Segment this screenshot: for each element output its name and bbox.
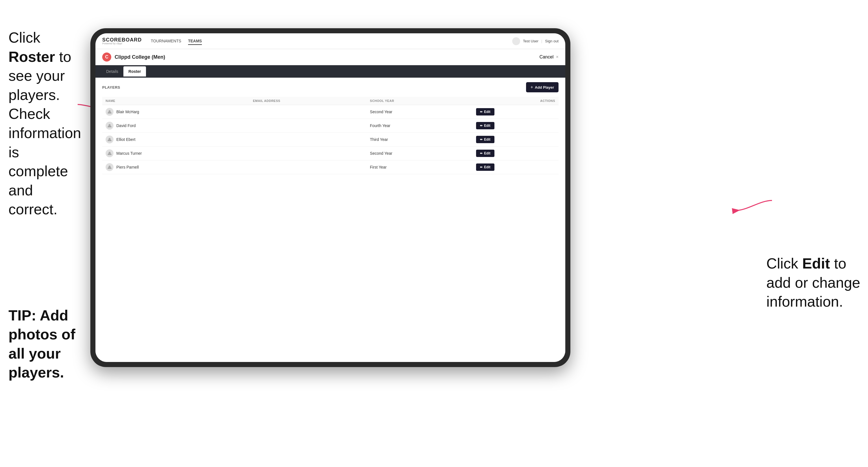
brand-name: SCOREBOARD [102,37,142,42]
edit-button-4[interactable]: ✏ Edit [476,163,494,171]
player-avatar-2 [105,135,114,144]
tab-bar: Details Roster [95,65,565,77]
plus-icon: + [531,85,533,90]
edit-label-4: Edit [484,165,491,169]
table-row: Blair McHarg Second Year ✏ Edit [102,105,559,119]
tablet-device: SCOREBOARD Powered by clippi TOURNAMENTS… [90,28,570,367]
player-avatar-0 [105,108,114,116]
player-actions-2: ✏ Edit [473,133,559,147]
player-name-cell-2: Elliot Ebert [102,133,250,147]
add-player-label: Add Player [535,85,554,90]
tip-block: TIP: Add photos of all your players. [0,301,93,388]
tab-roster[interactable]: Roster [123,66,146,76]
player-email-3 [250,147,367,160]
roster-table: NAME EMAIL ADDRESS SCHOOL YEAR ACTIONS [102,97,559,174]
cancel-x: × [556,55,559,59]
player-actions-0: ✏ Edit [473,105,559,119]
right-instruction-text: Click Edit to add or change information. [766,254,862,311]
edit-icon-2: ✏ [480,138,483,142]
col-name: NAME [102,97,250,105]
player-school-year-3: Second Year [367,147,473,160]
edit-bold: Edit [802,255,830,272]
player-email-4 [250,160,367,174]
team-header: C Clippd College (Men) Cancel × [95,49,565,65]
tablet-screen: SCOREBOARD Powered by clippi TOURNAMENTS… [95,33,565,362]
col-actions: ACTIONS [473,97,559,105]
players-header: PLAYERS + Add Player [102,82,559,92]
player-name-3: Marcus Turner [116,151,142,156]
top-nav: SCOREBOARD Powered by clippi TOURNAMENTS… [95,33,565,49]
team-name: Clippd College (Men) [115,54,165,60]
player-email-2 [250,133,367,147]
table-row: Piers Parnell First Year ✏ Edit [102,160,559,174]
edit-label-1: Edit [484,124,491,128]
player-actions-3: ✏ Edit [473,147,559,160]
player-actions-1: ✏ Edit [473,119,559,133]
players-section: PLAYERS + Add Player NAME EMAIL ADDRESS [95,77,565,179]
brand-logo: SCOREBOARD Powered by clippi [102,37,142,45]
edit-icon-4: ✏ [480,165,483,169]
player-school-year-1: Fourth Year [367,119,473,133]
player-name-cell-1: David Ford [102,119,250,133]
edit-button-3[interactable]: ✏ Edit [476,150,494,157]
left-instruction-block: Click Roster to see your players. Check … [0,23,88,225]
player-avatar-1 [105,122,114,130]
nav-teams[interactable]: TEAMS [188,37,202,45]
right-instruction-block: Click Edit to add or change information. [766,254,862,311]
player-avatar-4 [105,163,114,171]
edit-icon-3: ✏ [480,152,483,155]
player-name-cell-4: Piers Parnell [102,160,250,174]
col-email: EMAIL ADDRESS [250,97,367,105]
player-school-year-0: Second Year [367,105,473,119]
user-avatar [512,37,520,45]
content-area: PLAYERS + Add Player NAME EMAIL ADDRESS [95,77,565,362]
user-name: Test User [523,39,538,43]
player-actions-4: ✏ Edit [473,160,559,174]
left-instruction-text: Click Roster to see your players. Check … [8,28,79,219]
edit-label-2: Edit [484,137,491,142]
player-name-4: Piers Parnell [116,165,138,169]
team-info: C Clippd College (Men) [102,53,165,62]
nav-links: TOURNAMENTS TEAMS [151,37,202,45]
roster-bold: Roster [8,49,55,65]
edit-button-1[interactable]: ✏ Edit [476,122,494,129]
app-container: SCOREBOARD Powered by clippi TOURNAMENTS… [95,33,565,362]
nav-tournaments[interactable]: TOURNAMENTS [151,37,181,45]
player-name-cell-0: Blair McHarg [102,105,250,119]
player-name-2: Elliot Ebert [116,137,135,142]
player-school-year-2: Third Year [367,133,473,147]
nav-left: SCOREBOARD Powered by clippi TOURNAMENTS… [102,37,202,45]
player-name-0: Blair McHarg [116,110,139,114]
add-player-button[interactable]: + Add Player [526,82,559,92]
edit-label-0: Edit [484,110,491,114]
edit-label-3: Edit [484,151,491,155]
cancel-label: Cancel [539,55,553,59]
team-logo: C [102,53,111,62]
edit-icon-1: ✏ [480,124,483,128]
player-avatar-3 [105,149,114,157]
players-label: PLAYERS [102,85,120,90]
tip-text: TIP: Add photos of all your players. [8,306,85,382]
player-name-1: David Ford [116,123,135,128]
cancel-button[interactable]: Cancel × [539,55,559,60]
nav-right: Test User | Sign out [512,37,559,45]
brand-sub: Powered by clippi [102,42,142,45]
table-row: Marcus Turner Second Year ✏ Edit [102,147,559,160]
edit-button-0[interactable]: ✏ Edit [476,108,494,116]
player-email-1 [250,119,367,133]
player-school-year-4: First Year [367,160,473,174]
table-row: Elliot Ebert Third Year ✏ Edit [102,133,559,147]
table-row: David Ford Fourth Year ✏ Edit [102,119,559,133]
nav-separator: | [541,39,542,43]
sign-out-link[interactable]: Sign out [545,39,559,43]
player-name-cell-3: Marcus Turner [102,147,250,160]
col-school-year: SCHOOL YEAR [367,97,473,105]
tab-details[interactable]: Details [101,66,123,76]
table-header-row: NAME EMAIL ADDRESS SCHOOL YEAR ACTIONS [102,97,559,105]
edit-icon-0: ✏ [480,110,483,114]
edit-button-2[interactable]: ✏ Edit [476,136,494,143]
player-email-0 [250,105,367,119]
right-arrow-annotation [735,195,775,217]
